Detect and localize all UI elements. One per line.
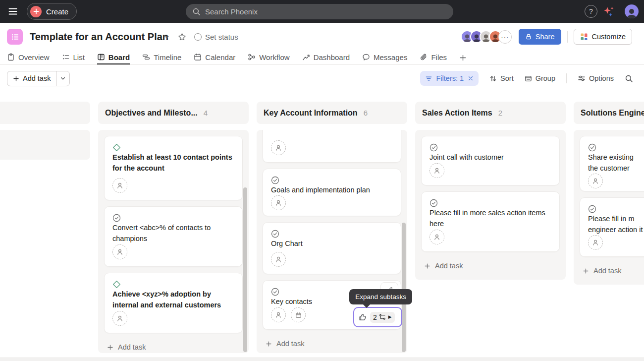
expand-triangle-icon: ▶ — [388, 315, 392, 319]
tab-files[interactable]: Files — [420, 51, 447, 64]
assignee-placeholder[interactable] — [271, 195, 286, 210]
add-task-label: Add task — [435, 262, 463, 270]
task-card[interactable]: Achieve <xyz>% adoption by internal and … — [104, 273, 243, 333]
assignee-placeholder[interactable] — [429, 230, 444, 244]
files-icon — [420, 53, 428, 61]
clear-filters-icon[interactable] — [468, 75, 474, 81]
column-header[interactable]: Solutions Enginee — [574, 102, 644, 124]
tab-label: Timeline — [154, 53, 181, 61]
tab-label: List — [73, 53, 85, 61]
page-title[interactable]: Template for an Account Plan — [30, 23, 168, 51]
assignee-placeholder[interactable] — [112, 244, 127, 259]
column-add-task-button[interactable]: Add task — [580, 263, 644, 279]
group-button[interactable]: Group — [525, 74, 555, 82]
add-task-dropdown[interactable] — [56, 71, 69, 86]
column-header[interactable] — [0, 102, 90, 124]
assignee-placeholder[interactable] — [588, 235, 603, 250]
group-label: Group — [536, 74, 555, 82]
board-column — [0, 102, 90, 358]
options-button[interactable]: Options — [578, 74, 614, 82]
more-members-button[interactable]: ··· — [498, 30, 512, 44]
task-card[interactable]: Key contacts2▶ — [263, 280, 401, 330]
due-date-placeholder[interactable] — [291, 307, 306, 322]
assignee-placeholder[interactable] — [271, 252, 286, 267]
task-card[interactable]: Please fill in more sales action items h… — [421, 191, 560, 252]
assignee-placeholder[interactable] — [588, 174, 603, 188]
tab-timeline[interactable]: Timeline — [142, 51, 181, 64]
person-icon — [591, 177, 599, 185]
assignee-placeholder[interactable] — [429, 163, 444, 178]
task-meta-row — [429, 163, 551, 178]
tab-messages[interactable]: Messages — [362, 51, 407, 64]
column-header[interactable]: Key Account Information6 — [257, 102, 407, 124]
share-button[interactable]: Share — [519, 29, 561, 45]
column-add-task-button[interactable]: Add task — [263, 336, 401, 352]
task-card[interactable]: Org Chart — [263, 222, 401, 274]
set-status-button[interactable]: Set status — [194, 33, 238, 41]
column-header[interactable]: Objectives and Milesto...4 — [98, 102, 249, 124]
assignee-placeholder[interactable] — [271, 307, 286, 322]
user-avatar[interactable] — [625, 4, 639, 18]
ai-sparkle-icon[interactable] — [602, 5, 616, 18]
assignee-placeholder[interactable] — [112, 311, 127, 326]
thumbs-up-button[interactable] — [358, 313, 367, 321]
expand-subtasks-tooltip: Expand subtasks — [349, 289, 412, 304]
tab-list[interactable]: List — [62, 51, 85, 64]
column-add-task-button[interactable]: Add task — [104, 339, 243, 353]
task-title-line: Share existing — [588, 143, 644, 163]
add-task-button[interactable]: Add task — [7, 71, 56, 86]
column-body — [0, 130, 90, 160]
title-chevron-down-icon[interactable] — [163, 34, 170, 40]
board-column: Solutions EngineeShare existingthe custo… — [574, 102, 644, 358]
task-card[interactable]: Establish at least 10 contact points for… — [104, 136, 243, 200]
board-search-button[interactable] — [625, 74, 633, 83]
column-scrollbar[interactable] — [402, 223, 406, 352]
view-tabs: Overview List Board Timeline Calendar Wo… — [0, 51, 644, 65]
search-input[interactable]: Search Phoenix — [186, 4, 453, 19]
search-placeholder: Search Phoenix — [205, 7, 258, 16]
column-body: Share existingthe customerPlease fill in… — [574, 130, 644, 285]
tab-workflow[interactable]: Workflow — [248, 51, 289, 64]
task-card[interactable]: Goals and implementation plan — [263, 169, 401, 216]
task-title-line: Please fill in m — [588, 205, 644, 224]
task-card[interactable] — [263, 130, 401, 163]
sort-button[interactable]: Sort — [489, 74, 514, 82]
member-avatar-stack[interactable]: ··· — [461, 30, 512, 44]
help-icon[interactable]: ? — [585, 5, 597, 18]
filter-icon — [425, 75, 432, 82]
task-card[interactable]: Please fill in mengineer action it — [580, 197, 644, 257]
task-card[interactable]: Share existingthe customer — [580, 136, 644, 191]
project-list-icon[interactable] — [7, 29, 23, 45]
group-icon — [525, 75, 532, 82]
task-card[interactable]: Convert <abc>% of contacts to champions — [104, 206, 243, 267]
timeline-icon — [142, 53, 150, 61]
task-check-icon — [271, 176, 393, 184]
tab-overview[interactable]: Overview — [7, 51, 50, 64]
person-icon — [433, 167, 441, 175]
customize-label: Customize — [592, 33, 626, 41]
assignee-placeholder[interactable] — [271, 140, 286, 155]
customize-button[interactable]: Customize — [574, 29, 633, 45]
dashboard-icon — [302, 53, 310, 61]
task-title-text: Achieve <xyz>% adoption by internal and … — [112, 290, 221, 309]
tab-label: Board — [108, 53, 130, 61]
horizontal-scrollbar[interactable] — [0, 358, 644, 361]
messages-icon — [362, 53, 370, 61]
column-title: Solutions Enginee — [581, 109, 644, 118]
hamburger-menu-icon[interactable] — [7, 5, 19, 17]
add-tab-button[interactable] — [459, 51, 467, 64]
column-header[interactable]: Sales Action Items2 — [415, 102, 566, 124]
task-card[interactable]: Joint call with customer — [421, 136, 560, 185]
tab-calendar[interactable]: Calendar — [194, 51, 235, 64]
create-button[interactable]: Create — [27, 3, 77, 20]
filters-chip[interactable]: Filters: 1 — [420, 71, 479, 86]
subtask-icon — [379, 313, 386, 321]
column-scrollbar[interactable] — [243, 187, 247, 352]
person-icon — [274, 199, 282, 207]
assignee-placeholder[interactable] — [112, 178, 127, 193]
star-icon[interactable] — [178, 33, 186, 41]
tab-dashboard[interactable]: Dashboard — [302, 51, 350, 64]
column-add-task-button[interactable]: Add task — [421, 258, 560, 274]
expand-subtasks-button[interactable]: 2▶ — [370, 312, 395, 323]
tab-board[interactable]: Board — [97, 51, 130, 64]
